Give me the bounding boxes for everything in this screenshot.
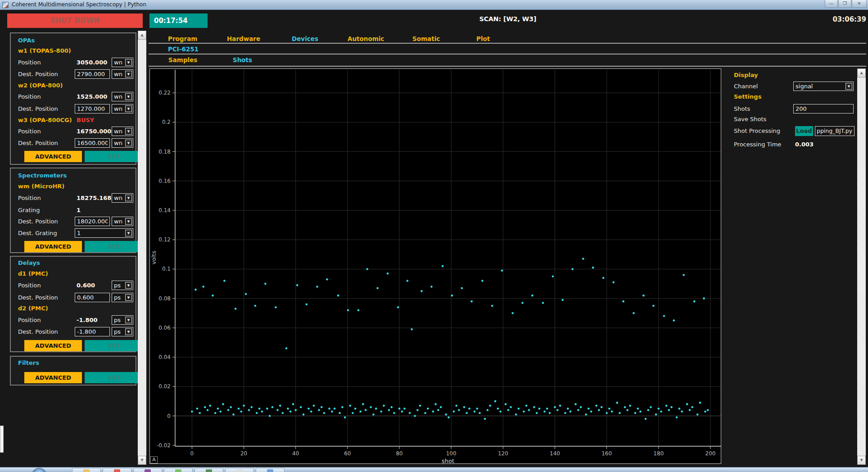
w3-position-units-select[interactable]: wn ▼ xyxy=(112,127,133,136)
data-point xyxy=(217,408,219,410)
elapsed-timer: 00:17:54 xyxy=(149,14,208,28)
data-point xyxy=(275,306,277,309)
tab-somatic[interactable]: Somatic xyxy=(412,35,440,42)
tab-hardware[interactable]: Hardware xyxy=(227,35,260,42)
spectrometers-advanced-button[interactable]: ADVANCED xyxy=(24,241,82,252)
scroll-up-icon[interactable]: ▲ xyxy=(138,31,146,40)
tab-autonomic[interactable]: Autonomic xyxy=(348,35,384,42)
title-bar[interactable]: Coherent Multidimensional Spectroscopy |… xyxy=(0,0,868,10)
data-point xyxy=(564,412,566,414)
d1-dest-input[interactable] xyxy=(75,293,110,302)
dropdown-arrow-icon[interactable]: ▼ xyxy=(125,105,132,112)
scroll-up-icon[interactable]: ▲ xyxy=(857,68,866,77)
w3-dest-units-value: wn xyxy=(112,140,124,146)
x-tick-label: 20 xyxy=(240,450,247,457)
w1-dest-units-value: wn xyxy=(112,71,124,77)
delays-set-button[interactable]: SET xyxy=(85,340,144,351)
filters-set-button[interactable]: SET xyxy=(85,372,144,383)
taskbar-app-7[interactable] xyxy=(256,468,285,472)
restore-icon[interactable]: ❐ xyxy=(838,0,851,8)
data-point xyxy=(474,410,476,413)
dropdown-arrow-icon[interactable]: ▼ xyxy=(125,71,132,77)
wm-position-units-select[interactable]: wn ▼ xyxy=(112,193,133,203)
data-point xyxy=(538,408,541,410)
taskbar-app-5[interactable] xyxy=(194,468,223,472)
w2-dest-input[interactable] xyxy=(75,104,110,113)
data-point xyxy=(612,281,615,283)
d1-position-units-select[interactable]: ps ▼ xyxy=(112,281,133,290)
plot-autoscale-button[interactable]: A xyxy=(150,456,158,463)
shutdown-button[interactable]: SHUT DOWN xyxy=(7,14,143,28)
w3-dest-units-select[interactable]: wn ▼ xyxy=(112,138,133,148)
taskbar-app-3[interactable] xyxy=(133,468,162,472)
dropdown-arrow-icon[interactable]: ▼ xyxy=(125,93,132,100)
d2-position-units-select[interactable]: ps ▼ xyxy=(112,315,133,325)
data-point xyxy=(619,412,621,414)
d2-position-value: -1.800 xyxy=(77,317,112,323)
scroll-down-icon[interactable]: ▼ xyxy=(138,456,146,465)
dropdown-arrow-icon[interactable]: ▼ xyxy=(125,195,132,201)
subtab-divider xyxy=(149,66,866,67)
data-point xyxy=(375,408,377,410)
data-point xyxy=(310,410,312,413)
dropdown-arrow-icon[interactable]: ▼ xyxy=(125,140,132,146)
w2-position-units-select[interactable]: wn ▼ xyxy=(112,92,133,101)
subtab-shots[interactable]: Shots xyxy=(233,56,252,64)
data-point xyxy=(227,409,230,411)
close-icon[interactable]: ✕ xyxy=(852,0,867,8)
w3-dest-input[interactable] xyxy=(75,138,110,148)
data-point xyxy=(652,305,655,307)
shots-input[interactable] xyxy=(793,104,854,113)
taskbar-app-icon xyxy=(267,469,273,472)
dropdown-arrow-icon[interactable]: ▼ xyxy=(125,218,132,225)
dropdown-arrow-icon[interactable]: ▼ xyxy=(125,230,132,236)
sidebar-scrollbar[interactable] xyxy=(138,31,146,465)
tab-pci-6251[interactable]: PCI-6251 xyxy=(168,45,199,53)
spectrometers-set-button[interactable]: SET xyxy=(85,241,144,252)
w1-position-units-select[interactable]: wn ▼ xyxy=(112,58,133,67)
scroll-down-icon[interactable]: ▼ xyxy=(857,456,866,465)
wm-dest-input[interactable] xyxy=(75,217,110,226)
dropdown-arrow-icon[interactable]: ▼ xyxy=(125,59,132,66)
wm-dest-units-select[interactable]: wn ▼ xyxy=(112,217,133,226)
d2-dest-input[interactable] xyxy=(75,327,110,336)
dropdown-arrow-icon[interactable]: ▼ xyxy=(125,294,132,301)
dropdown-arrow-icon[interactable]: ▼ xyxy=(125,328,132,335)
dropdown-arrow-icon[interactable]: ▼ xyxy=(125,282,132,289)
d1-dest-units-select[interactable]: ps ▼ xyxy=(112,293,133,302)
wm-dest-grating-label: Dest. Grating xyxy=(18,230,57,236)
device-tab-divider xyxy=(149,54,866,54)
subtab-samples[interactable]: Samples xyxy=(168,56,197,64)
delays-advanced-button[interactable]: ADVANCED xyxy=(24,340,82,351)
data-point xyxy=(507,409,510,411)
taskbar-app-2[interactable] xyxy=(103,468,131,472)
d2-dest-units-select[interactable]: ps ▼ xyxy=(112,327,133,336)
load-script-button[interactable]: Load xyxy=(795,126,813,136)
w1-dest-units-select[interactable]: wn ▼ xyxy=(112,69,133,79)
data-point xyxy=(354,408,357,410)
w2-dest-units-select[interactable]: wn ▼ xyxy=(112,104,133,113)
tab-plot[interactable]: Plot xyxy=(476,35,490,42)
tab-program[interactable]: Program xyxy=(168,35,197,42)
filters-advanced-button[interactable]: ADVANCED xyxy=(24,372,82,383)
x-tick-label: 80 xyxy=(396,450,402,457)
data-point xyxy=(251,406,253,408)
shots-plot[interactable]: -0.0200.020.040.060.080.10.120.140.160.1… xyxy=(150,69,721,463)
shot-processing-file[interactable]: pping_BJT.py xyxy=(815,126,854,136)
dropdown-arrow-icon[interactable]: ▼ xyxy=(125,128,132,135)
channel-select[interactable]: signal ▼ xyxy=(793,82,854,91)
dropdown-arrow-icon[interactable]: ▼ xyxy=(845,83,852,90)
minimize-icon[interactable]: — xyxy=(825,0,838,8)
dropdown-arrow-icon[interactable]: ▼ xyxy=(125,317,132,323)
y-tick-label: 0.08 xyxy=(158,295,171,302)
w1-dest-input[interactable] xyxy=(75,69,110,79)
opas-set-button[interactable]: SET xyxy=(85,151,144,162)
opas-advanced-button[interactable]: ADVANCED xyxy=(24,151,82,162)
tab-devices[interactable]: Devices xyxy=(292,35,318,42)
processing-time-label: Processing Time xyxy=(734,141,781,148)
taskbar-app-4[interactable] xyxy=(164,468,193,472)
taskbar-app-6[interactable] xyxy=(225,468,254,472)
wm-dest-grating-select[interactable]: 1 ▼ xyxy=(75,228,133,238)
right-panel-scrollbar[interactable] xyxy=(857,68,866,465)
taskbar-app-1[interactable] xyxy=(72,468,101,472)
